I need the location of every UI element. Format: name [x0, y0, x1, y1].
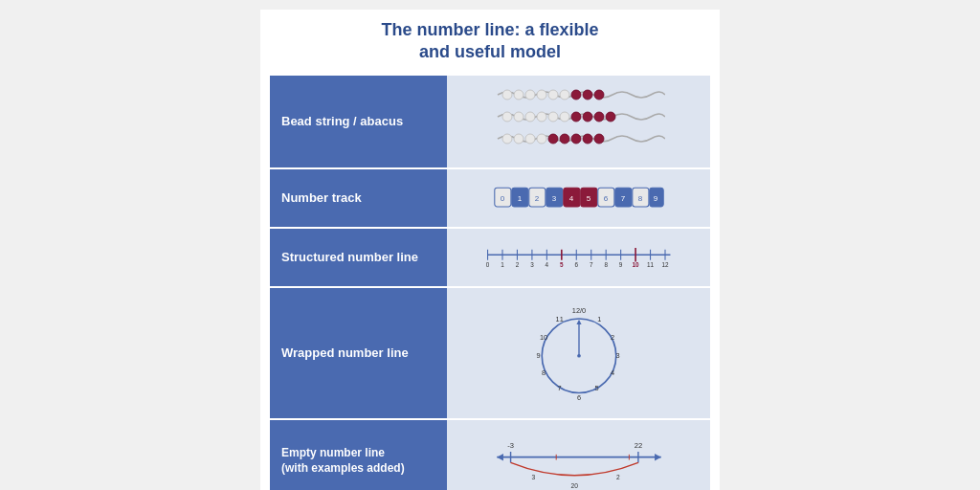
visual-bead-string [447, 76, 710, 167]
svg-point-13 [548, 112, 558, 122]
visual-number-track: 0 1 2 3 4 5 6 7 8 9 [447, 169, 710, 227]
row-empty: Empty number line(with examples added) -… [270, 420, 710, 490]
label-number-track: Number track [270, 169, 447, 227]
label-bead-string: Bead string / abacus [270, 76, 447, 167]
svg-marker-91 [497, 454, 503, 461]
empty-svg: -3 22 3 20 2 [483, 428, 675, 490]
svg-text:4: 4 [611, 368, 614, 377]
svg-text:6: 6 [574, 261, 578, 268]
svg-text:5: 5 [560, 261, 564, 268]
svg-point-20 [514, 134, 523, 144]
svg-point-7 [583, 90, 592, 100]
svg-point-9 [502, 112, 512, 122]
svg-point-10 [514, 112, 523, 122]
label-structured: Structured number line [270, 229, 447, 286]
row-number-track: Number track 0 1 2 3 4 [270, 169, 710, 229]
number-track-svg: 0 1 2 3 4 5 6 7 8 9 [493, 179, 665, 217]
svg-text:12/0: 12/0 [571, 306, 585, 315]
svg-text:10: 10 [632, 261, 639, 268]
row-structured: Structured number line 0 1 2 3 4 5 6 [270, 229, 710, 288]
svg-text:3: 3 [530, 261, 534, 268]
svg-text:9: 9 [536, 350, 540, 359]
svg-point-26 [583, 134, 592, 144]
svg-text:5: 5 [594, 384, 598, 392]
svg-text:0: 0 [500, 193, 504, 202]
svg-point-8 [594, 90, 604, 100]
svg-text:7: 7 [589, 261, 592, 268]
structured-svg: 0 1 2 3 4 5 6 7 8 9 10 [483, 238, 675, 277]
svg-point-19 [502, 134, 512, 144]
svg-point-27 [594, 134, 604, 144]
label-wrapped: Wrapped number line [270, 288, 447, 418]
svg-point-5 [560, 90, 569, 100]
visual-structured: 0 1 2 3 4 5 6 7 8 9 10 [447, 229, 710, 286]
row-bead-string: Bead string / abacus [270, 76, 710, 169]
page-title: The number line: a flexible and useful m… [270, 19, 710, 64]
svg-point-22 [537, 134, 546, 144]
svg-text:3: 3 [551, 193, 556, 202]
svg-text:1: 1 [597, 315, 601, 323]
svg-point-15 [571, 112, 581, 122]
svg-text:8: 8 [637, 193, 642, 202]
svg-text:22: 22 [634, 441, 641, 450]
svg-text:3: 3 [615, 350, 619, 359]
svg-point-23 [548, 134, 558, 144]
svg-point-3 [537, 90, 546, 100]
svg-point-17 [594, 112, 604, 122]
label-empty: Empty number line(with examples added) [270, 420, 447, 490]
svg-point-6 [571, 90, 581, 100]
bead-string-svg [493, 83, 665, 160]
svg-text:6: 6 [576, 393, 580, 402]
svg-point-2 [525, 90, 535, 100]
svg-text:2: 2 [611, 333, 614, 342]
svg-text:9: 9 [618, 261, 622, 268]
svg-text:2: 2 [515, 261, 519, 268]
svg-text:2: 2 [534, 193, 539, 202]
svg-point-14 [560, 112, 569, 122]
svg-text:7: 7 [557, 384, 561, 392]
row-wrapped: Wrapped number line 12/0 1 2 3 4 5 6 [270, 288, 710, 420]
svg-text:4: 4 [568, 193, 573, 202]
svg-text:3: 3 [531, 473, 535, 479]
svg-point-18 [606, 112, 615, 122]
svg-text:0: 0 [485, 261, 489, 268]
svg-point-0 [502, 90, 512, 100]
wrapped-svg: 12/0 1 2 3 4 5 6 7 8 9 10 [502, 296, 656, 411]
svg-text:12: 12 [661, 261, 669, 268]
svg-point-1 [514, 90, 523, 100]
svg-point-24 [560, 134, 569, 144]
svg-text:1: 1 [501, 261, 504, 268]
svg-text:4: 4 [545, 261, 548, 268]
svg-point-25 [571, 134, 581, 144]
svg-text:11: 11 [647, 261, 655, 268]
svg-text:1: 1 [517, 193, 522, 202]
visual-empty: -3 22 3 20 2 [447, 420, 710, 490]
svg-text:5: 5 [586, 193, 590, 202]
main-container: The number line: a flexible and useful m… [260, 10, 720, 490]
svg-text:11: 11 [555, 315, 563, 323]
svg-text:-3: -3 [507, 441, 514, 450]
svg-text:7: 7 [620, 193, 625, 202]
svg-text:10: 10 [539, 333, 546, 342]
svg-point-4 [548, 90, 558, 100]
svg-text:9: 9 [653, 193, 657, 202]
svg-text:20: 20 [570, 482, 578, 489]
visual-wrapped: 12/0 1 2 3 4 5 6 7 8 9 10 [447, 288, 710, 418]
svg-text:2: 2 [616, 473, 620, 479]
svg-text:8: 8 [604, 261, 608, 268]
svg-point-16 [583, 112, 592, 122]
svg-text:6: 6 [603, 193, 608, 202]
svg-point-12 [537, 112, 546, 122]
svg-marker-92 [655, 454, 661, 461]
svg-point-21 [525, 134, 535, 144]
svg-point-11 [525, 112, 535, 122]
svg-text:8: 8 [542, 368, 546, 377]
